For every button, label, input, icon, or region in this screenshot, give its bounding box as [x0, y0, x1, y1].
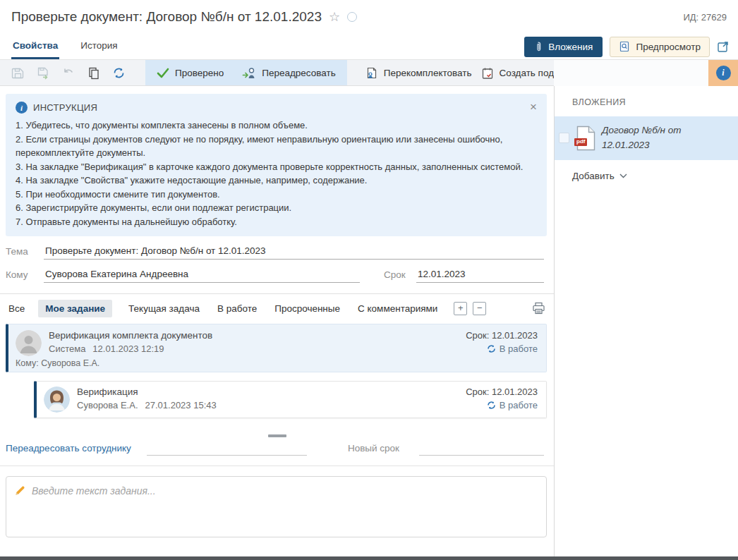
- forward-person-icon: [242, 67, 256, 79]
- pencil-icon: [15, 485, 25, 496]
- close-icon[interactable]: ×: [530, 101, 537, 113]
- primary-actions-group: Проверено Переадресовать: [145, 60, 347, 85]
- expand-all-button[interactable]: +: [454, 302, 467, 315]
- assignee-row: Кому Суворова Екатерина Андреевна Срок 1…: [6, 269, 544, 283]
- task-text-input[interactable]: Введите текст задания...: [6, 476, 547, 537]
- verified-button[interactable]: Проверено: [157, 68, 224, 78]
- attachment-item[interactable]: pdf Договор №б/н от 12.01.2023: [555, 116, 738, 160]
- check-icon: [157, 68, 169, 78]
- help-info-button[interactable]: i: [708, 60, 738, 86]
- info-icon: i: [16, 102, 28, 114]
- deadline-label: Срок: [384, 269, 413, 283]
- splitter-grip: [268, 434, 286, 437]
- header: Проверьте документ: Договор №б/н от 12.0…: [0, 0, 738, 34]
- filter-overdue[interactable]: Просроченные: [273, 300, 341, 317]
- task-datetime: 12.01.2023 12:19: [92, 343, 164, 354]
- task-item-top: Верификация Суворова Е.А. 27.01.2023 15:…: [44, 386, 538, 413]
- recomplete-button[interactable]: Перекомплектовать: [365, 66, 472, 80]
- task-deadline: Срок: 12.01.2023: [466, 386, 538, 397]
- filter-with-comments[interactable]: С комментариями: [356, 300, 439, 317]
- filter-all[interactable]: Все: [7, 300, 26, 317]
- undo-button[interactable]: [61, 65, 77, 81]
- deadline-field[interactable]: 12.01.2023: [416, 269, 544, 283]
- task-meta: Система 12.01.2023 12:19: [49, 343, 212, 354]
- task-assignee: Кому: Суворова Е.А.: [16, 358, 538, 368]
- document-id: ИД: 27629: [683, 12, 727, 23]
- task-item-top: Верификация комплекта документов Система…: [16, 330, 538, 356]
- task-fields: Тема Проверьте документ: Договор №б/н от…: [0, 245, 554, 283]
- copy-button[interactable]: [86, 65, 102, 81]
- assignee-field[interactable]: Суворова Екатерина Андреевна: [44, 269, 360, 283]
- save-and-close-button[interactable]: [35, 65, 52, 81]
- favorite-star-icon[interactable]: ☆: [329, 9, 340, 25]
- in-progress-sync-icon: [487, 344, 496, 353]
- verified-button-label: Проверено: [175, 68, 224, 78]
- instruction-line: 1. Убедитесь, что документы комплекта за…: [16, 118, 537, 133]
- task-item[interactable]: Верификация Суворова Е.А. 27.01.2023 15:…: [34, 381, 547, 418]
- filter-my-task[interactable]: Мое задание: [38, 300, 112, 317]
- add-attachment-button[interactable]: Добавить: [572, 171, 627, 181]
- task-status-label: В работе: [500, 343, 538, 354]
- redirect-employee-input[interactable]: [147, 442, 307, 456]
- pdf-badge: pdf: [574, 138, 587, 146]
- avatar: [44, 386, 70, 413]
- save-icon: [11, 66, 25, 80]
- tab-history[interactable]: История: [79, 34, 119, 59]
- preview-button[interactable]: Предпросмотр: [610, 37, 710, 57]
- toolbar: Проверено Переадресовать Перекомплектова…: [0, 60, 554, 86]
- attachments-button[interactable]: Вложения: [524, 37, 603, 57]
- forward-button-label: Переадресовать: [262, 68, 336, 78]
- task-title: Верификация: [77, 386, 217, 397]
- instruction-line: 7. Отправьте документы на дальнейшую обр…: [16, 215, 537, 229]
- preview-button-label: Предпросмотр: [636, 42, 701, 52]
- assignee-label: Кому: [6, 269, 44, 283]
- new-deadline-input[interactable]: [419, 442, 544, 456]
- instruction-body: 1. Убедитесь, что документы комплекта за…: [16, 118, 537, 229]
- redirect-employee-link[interactable]: Переадресовать сотруднику: [6, 443, 131, 456]
- task-author: Система: [49, 343, 85, 354]
- page-title: Проверьте документ: Договор №б/н от 12.0…: [11, 9, 322, 25]
- forward-button[interactable]: Переадресовать: [242, 67, 336, 79]
- tab-properties[interactable]: Свойства: [11, 34, 59, 59]
- refresh-button[interactable]: [111, 65, 127, 81]
- read-marker-icon[interactable]: [347, 12, 357, 22]
- task-title: Верификация комплекта документов: [49, 330, 212, 341]
- external-link-icon: [717, 40, 730, 53]
- instruction-line: 6. Зарегистрируйте документы, если они п…: [16, 201, 537, 215]
- document-person-icon: [365, 66, 378, 80]
- chevron-down-icon: [619, 174, 627, 178]
- task-status-label: В работе: [500, 400, 538, 410]
- tab-actions: Вложения Предпросмотр: [524, 34, 738, 59]
- instruction-line: 2. Если страницы документов следуют не п…: [16, 133, 537, 160]
- tab-bar: Свойства История Вложения Предпросмотр: [0, 34, 738, 60]
- filter-bar: Все Мое задание Текущая задача В работе …: [0, 294, 554, 322]
- open-in-window-button[interactable]: [717, 40, 730, 53]
- print-button[interactable]: [532, 302, 545, 315]
- info-icon: i: [716, 66, 731, 80]
- recomplete-button-label: Перекомплектовать: [384, 68, 472, 78]
- main-content: i ИНСТРУКЦИЯ × 1. Убедитесь, что докумен…: [0, 86, 554, 556]
- task-item[interactable]: Верификация комплекта документов Система…: [6, 324, 547, 372]
- save-button[interactable]: [10, 65, 26, 81]
- task-item-info: Верификация Суворова Е.А. 27.01.2023 15:…: [77, 386, 217, 410]
- attachment-checkbox[interactable]: [559, 133, 569, 143]
- instruction-line: 4. На закладке "Свойства" укажите недост…: [16, 174, 537, 188]
- collapse-all-button[interactable]: −: [473, 302, 486, 315]
- toolbar-right-strip: i: [554, 60, 738, 86]
- splitter-handle[interactable]: [0, 434, 554, 440]
- bottom-scrollbar[interactable]: [0, 556, 738, 560]
- task-item-right: Срок: 12.01.2023 В работе: [466, 330, 538, 354]
- task-meta: Суворова Е.А. 27.01.2023 15:43: [77, 400, 217, 410]
- save-and-close-icon: [37, 66, 50, 80]
- filter-in-progress[interactable]: В работе: [216, 300, 258, 317]
- subject-field[interactable]: Проверьте документ: Договор №б/н от 12.0…: [44, 245, 544, 260]
- instruction-panel: i ИНСТРУКЦИЯ × 1. Убедитесь, что докумен…: [6, 94, 547, 236]
- instruction-line: 3. На закладке "Верификация" в карточке …: [16, 160, 537, 174]
- filter-current-task[interactable]: Текущая задача: [127, 300, 201, 317]
- instruction-line: 5. При необходимости смените тип докумен…: [16, 188, 537, 202]
- refresh-icon: [112, 66, 126, 80]
- task-item-right: Срок: 12.01.2023 В работе: [466, 386, 538, 410]
- add-attachment-label: Добавить: [572, 171, 615, 181]
- copy-icon: [87, 66, 100, 80]
- subtask-calendar-icon: [481, 66, 494, 80]
